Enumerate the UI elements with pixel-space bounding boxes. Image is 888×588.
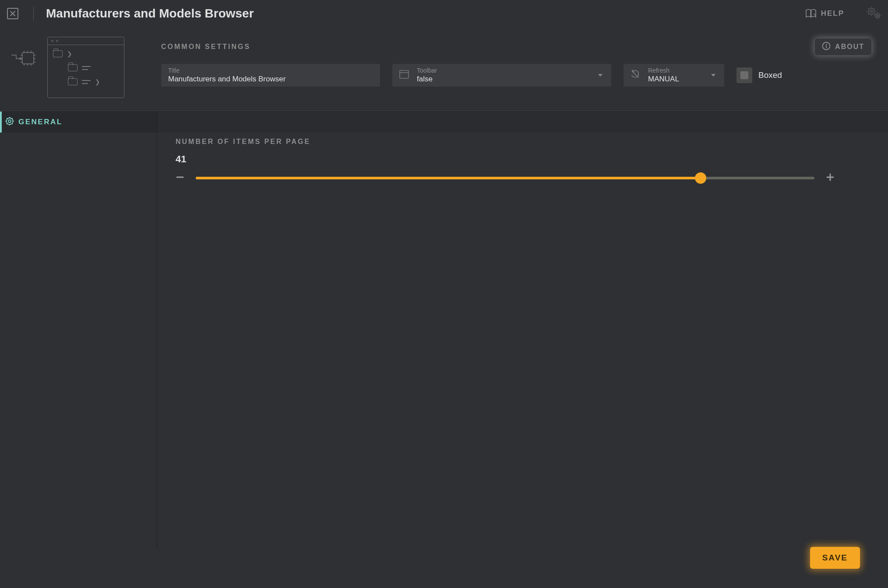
items-per-page-label: NUMBER OF ITEMS PER PAGE (176, 138, 835, 146)
svg-rect-4 (22, 52, 34, 64)
slider-thumb[interactable] (695, 172, 706, 184)
svg-rect-8 (400, 70, 409, 78)
svg-point-0 (868, 8, 874, 14)
help-button[interactable]: HELP (805, 9, 844, 18)
svg-point-9 (8, 120, 11, 122)
page-title: Manufacturers and Models Browser (46, 7, 254, 21)
items-per-page-slider[interactable] (196, 177, 814, 179)
chevron-down-icon (598, 74, 603, 77)
tab-general-label: GENERAL (18, 118, 63, 126)
boxed-checkbox[interactable] (736, 67, 752, 83)
refresh-select[interactable]: Refresh MANUAL (624, 64, 724, 87)
sidebar: GENERAL (0, 112, 157, 549)
book-icon (805, 9, 817, 18)
chip-icon (11, 33, 37, 67)
title-field-value: Manufacturers and Models Browser (168, 75, 373, 84)
widget-thumbnail[interactable]: ❯ ❯ (47, 37, 124, 98)
items-per-page-value: 41 (176, 154, 835, 165)
gears-icon[interactable] (866, 6, 881, 21)
about-button[interactable]: ABOUT (815, 38, 871, 55)
refresh-icon (631, 70, 640, 81)
slider-decrement[interactable] (176, 172, 184, 184)
title-field-label: Title (168, 67, 373, 74)
svg-point-7 (826, 44, 827, 45)
svg-point-1 (870, 10, 873, 12)
gear-icon (5, 117, 14, 128)
common-settings-label: COMMON SETTINGS (161, 43, 250, 51)
save-button[interactable]: SAVE (810, 547, 860, 569)
chevron-down-icon (711, 74, 715, 77)
toolbar-value: false (417, 75, 604, 84)
window-icon (399, 70, 409, 81)
help-label: HELP (821, 9, 844, 18)
divider (33, 7, 34, 21)
toolbar-select[interactable]: Toolbar false (392, 64, 611, 87)
svg-point-5 (20, 58, 21, 60)
refresh-value: MANUAL (648, 75, 717, 84)
about-label: ABOUT (835, 43, 864, 51)
tab-general[interactable]: GENERAL (0, 112, 157, 133)
close-button[interactable] (7, 8, 18, 19)
title-field[interactable]: Title Manufacturers and Models Browser (161, 64, 380, 87)
refresh-label: Refresh (648, 67, 717, 74)
boxed-label: Boxed (758, 70, 782, 80)
svg-point-2 (875, 14, 880, 18)
close-icon (10, 11, 15, 16)
svg-point-10 (7, 118, 13, 124)
minus-icon (176, 173, 184, 182)
svg-point-3 (877, 15, 878, 17)
toolbar-label: Toolbar (417, 67, 604, 74)
plus-icon (826, 173, 835, 182)
save-button-label: SAVE (822, 553, 848, 562)
info-icon (822, 42, 831, 52)
slider-increment[interactable] (826, 172, 835, 184)
